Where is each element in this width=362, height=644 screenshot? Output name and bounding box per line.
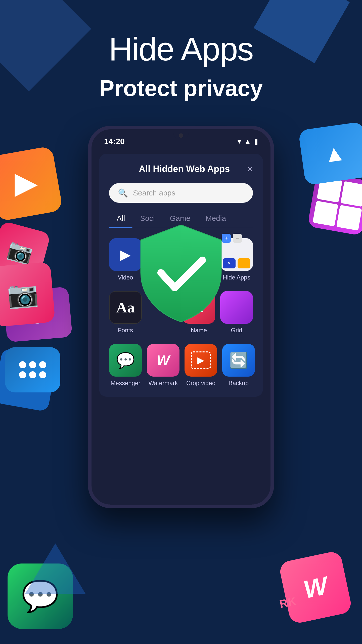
app-name-watermark: Watermark xyxy=(149,380,178,387)
app-name-hideapps: Hide Apps xyxy=(223,274,250,281)
app-icon-grid xyxy=(220,291,253,324)
tab-game[interactable]: Game xyxy=(162,212,198,228)
dialog-title: All Hidden Web Apps xyxy=(122,164,247,174)
float-icon-blue-dots xyxy=(5,347,60,392)
float-icon-orange: ▶ xyxy=(0,146,63,221)
dialog-close-button[interactable]: × xyxy=(247,164,253,174)
app-item-fonts[interactable]: Aa Fonts xyxy=(109,291,142,334)
app-item-hideapps[interactable]: + − ✕ Hide Apps xyxy=(220,238,253,281)
phone-mockup: 14:20 ▾ ▲ ▮ All Hidden Web Apps × xyxy=(88,126,274,508)
app-name-backup: Backup xyxy=(229,380,249,387)
search-icon: 🔍 xyxy=(118,188,128,198)
app-name-name: Name xyxy=(191,327,207,334)
app-icon-fonts: Aa xyxy=(109,291,142,324)
app-name-grid: Grid xyxy=(231,327,242,334)
app-item-empty3 xyxy=(147,291,177,334)
app-item-empty1 xyxy=(147,238,178,281)
hero-title: Hide Apps xyxy=(0,30,362,68)
float-icon-blue-triangle: ▲ xyxy=(298,122,362,185)
app-grid-row3: 💬 Messenger W Watermark xyxy=(109,341,253,389)
app-icon-backup: 🔄 xyxy=(222,344,255,377)
app-grid: ▶ Video + − xyxy=(109,236,253,284)
app-icon-cropvideo: ▶ xyxy=(185,344,217,377)
app-item-watermark[interactable]: W Watermark xyxy=(147,344,179,387)
tab-all[interactable]: All xyxy=(109,212,132,228)
dialog-header: All Hidden Web Apps × xyxy=(109,164,253,174)
tab-media[interactable]: Media xyxy=(198,212,234,228)
app-item-empty2 xyxy=(184,238,215,281)
bg-triangle-bottom xyxy=(25,543,85,594)
app-item-backup[interactable]: 🔄 Backup xyxy=(222,344,255,387)
tab-social[interactable]: Soci xyxy=(132,212,162,228)
front-camera xyxy=(179,133,183,138)
search-placeholder: Search apps xyxy=(133,189,175,197)
app-name-fonts: Fonts xyxy=(118,327,133,334)
hero-subtitle: Protect privacy xyxy=(0,75,362,101)
app-name-messenger: Messenger xyxy=(111,380,141,387)
app-grid-row2: Aa Fonts A Name xyxy=(109,289,253,336)
app-icon-messenger: 💬 xyxy=(109,344,142,377)
search-bar[interactable]: 🔍 Search apps xyxy=(109,183,253,203)
phone-notch xyxy=(173,133,189,138)
app-item-grid[interactable]: Grid xyxy=(220,291,253,334)
status-bar: 14:20 ▾ ▲ ▮ xyxy=(92,129,270,149)
signal-icon: ▲ xyxy=(244,138,251,146)
category-tabs: All Soci Game Media xyxy=(109,212,253,228)
app-item-video[interactable]: ▶ Video xyxy=(109,238,142,281)
status-icons: ▾ ▲ ▮ xyxy=(238,137,258,146)
app-icon-watermark: W xyxy=(147,344,179,377)
app-item-messenger[interactable]: 💬 Messenger xyxy=(109,344,142,387)
float-icon-watermark-corner: W xyxy=(278,550,353,625)
battery-icon: ▮ xyxy=(254,137,258,146)
wifi-icon: ▾ xyxy=(238,137,241,146)
float-icon-instagram: 📷 xyxy=(0,262,55,327)
status-time: 14:20 xyxy=(104,137,125,146)
app-icon-hideapps: + − ✕ xyxy=(220,238,253,271)
app-item-name[interactable]: A Name xyxy=(183,291,215,334)
app-name-cropvideo: Crop video xyxy=(186,380,215,387)
app-item-cropvideo[interactable]: ▶ Crop video xyxy=(185,344,217,387)
app-icon-video: ▶ xyxy=(109,238,142,271)
hidden-apps-dialog[interactable]: All Hidden Web Apps × 🔍 Search apps All … xyxy=(99,154,263,397)
app-icon-name: A xyxy=(183,291,215,324)
app-name-video: Video xyxy=(118,274,133,281)
